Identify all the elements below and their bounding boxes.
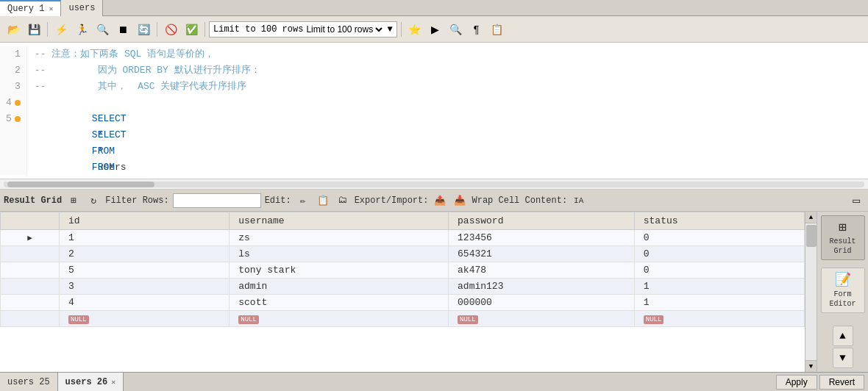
cell-status-3[interactable]: 0	[634, 262, 804, 279]
cell-password-3[interactable]: ak478	[449, 262, 635, 279]
row-indicator-3	[1, 262, 60, 279]
delete-row-btn[interactable]: 🗂	[335, 193, 351, 209]
cell-username-2[interactable]: ls	[230, 246, 449, 262]
format-button[interactable]: ¶	[467, 20, 486, 39]
export-btn[interactable]: 📤	[432, 193, 448, 209]
cell-id-5[interactable]: 4	[60, 295, 230, 311]
refresh-btn[interactable]: ↻	[85, 193, 102, 209]
v-scrollbar[interactable]: ▲ ▼	[805, 212, 817, 372]
h-scrollbar[interactable]	[0, 179, 868, 189]
execute2-button[interactable]: ▶	[426, 20, 445, 39]
h-scrollbar-thumb[interactable]	[7, 182, 154, 187]
reconnect-button[interactable]: 🔄	[134, 20, 153, 39]
explain-button[interactable]: 🔍	[93, 20, 112, 39]
execute-sel-button[interactable]: 🏃	[72, 20, 91, 39]
limit-dropdown[interactable]: Limit to 100 rows Limit to 100 rows Limi…	[209, 21, 397, 37]
search-button[interactable]: 🔍	[447, 20, 466, 39]
cell-status-4[interactable]: 1	[634, 279, 804, 295]
separator3	[204, 22, 205, 37]
add-row-btn[interactable]: 📋	[315, 193, 331, 209]
code-container[interactable]: 1 2 3 4 5 -- 注意：如下两条 SQL 语句是等价的， -- 因为 O…	[0, 43, 868, 179]
cell-id-4[interactable]: 3	[60, 279, 230, 295]
wrap-btn[interactable]: IA	[571, 193, 586, 209]
cell-username-1[interactable]: zs	[230, 230, 449, 246]
cell-password-2[interactable]: 654321	[449, 246, 635, 262]
tab-users-label: users	[68, 3, 95, 13]
cell-id-1[interactable]: 1	[60, 230, 230, 246]
v-scroll-up[interactable]: ▲	[805, 212, 817, 223]
schema-button[interactable]: 📋	[488, 20, 507, 39]
tab-query1-close[interactable]: ✕	[49, 4, 53, 13]
cell-status-1[interactable]: 0	[634, 230, 804, 246]
table-row[interactable]: 2 ls 654321 0	[1, 246, 805, 262]
panel-toggle-btn[interactable]: ▭	[848, 193, 864, 209]
cell-password-5[interactable]: 000000	[449, 295, 635, 311]
cell-password-4[interactable]: admin123	[449, 279, 635, 295]
v-scroll-thumb[interactable]	[806, 225, 817, 247]
result-grid-tab[interactable]: Result Grid	[4, 196, 62, 206]
table-row[interactable]: 5 tony stark ak478 0	[1, 262, 805, 279]
form-editor-sidebar-btn[interactable]: 📝 FormEditor	[821, 268, 865, 312]
table-row[interactable]: 4 scott 000000 1	[1, 295, 805, 311]
tab-users[interactable]: users	[61, 0, 103, 16]
row-indicator-2	[1, 246, 60, 262]
filter-label: Filter Rows:	[105, 196, 168, 206]
cell-id-3[interactable]: 5	[60, 262, 230, 279]
execute-button[interactable]: ⚡	[51, 20, 71, 39]
edit-btn[interactable]: ✏️	[295, 193, 311, 209]
grid-btn[interactable]: ⊞	[65, 193, 82, 209]
null-indicator	[1, 311, 60, 327]
import-btn[interactable]: 📥	[452, 193, 468, 209]
code-lines[interactable]: -- 注意：如下两条 SQL 语句是等价的， -- 因为 ORDER BY 默认…	[27, 46, 868, 175]
line-num-3: 3	[6, 79, 21, 95]
limit-label: Limit to 100 rows	[213, 24, 303, 35]
tab-bar: Query 1 ✕ users	[0, 0, 868, 16]
nav-up-arrow[interactable]: ▲	[833, 326, 853, 346]
cell-status-2[interactable]: 0	[634, 246, 804, 262]
open-button[interactable]: 📂	[4, 20, 23, 39]
revert-button[interactable]: Revert	[819, 375, 864, 390]
cell-password-1[interactable]: 123456	[449, 230, 635, 246]
separator4	[401, 22, 402, 37]
cell-username-4[interactable]: admin	[230, 279, 449, 295]
toolbar: 📂 💾 ⚡ 🏃 🔍 ⏹ 🔄 🚫 ✅ Limit to 100 rows Limi…	[0, 16, 868, 43]
commit-button[interactable]: 🚫	[161, 20, 180, 39]
cell-status-5[interactable]: 1	[634, 295, 804, 311]
col-status: status	[634, 212, 804, 230]
cell-username-5[interactable]: scott	[230, 295, 449, 311]
star-button[interactable]: ⭐	[405, 20, 424, 39]
row-indicator-4	[1, 279, 60, 295]
filter-input[interactable]	[173, 193, 261, 208]
code-line-2: -- 因为 ORDER BY 默认进行升序排序：	[35, 62, 861, 79]
separator1	[47, 22, 48, 37]
tab-query1[interactable]: Query 1 ✕	[0, 0, 61, 16]
bottom-tab-users26-close[interactable]: ✕	[111, 378, 115, 387]
table-row[interactable]: 3 admin admin123 1	[1, 279, 805, 295]
bottom-tab-users26[interactable]: users 26 ✕	[58, 373, 124, 392]
result-toolbar: Result Grid ⊞ ↻ Filter Rows: Edit: ✏️ 📋 …	[0, 190, 868, 212]
line-numbers: 1 2 3 4 5	[0, 46, 27, 175]
null-badge-username: NULL	[238, 315, 259, 324]
table-container[interactable]: id username password status ▶ 1 zs 12345…	[0, 212, 805, 372]
null-password: NULL	[449, 311, 635, 327]
h-scrollbar-track	[4, 182, 864, 187]
code-line-4: SELECT * FROM users ORDER BY status;	[35, 95, 861, 111]
apply-button[interactable]: Apply	[776, 375, 817, 390]
result-grid-sidebar-btn[interactable]: ⊞ ResultGrid	[821, 215, 865, 260]
bottom-tab-users25-label: users 25	[7, 377, 50, 387]
separator2	[157, 22, 157, 37]
v-scroll-down[interactable]: ▼	[805, 360, 817, 372]
cell-username-3[interactable]: tony stark	[230, 262, 449, 279]
nav-down-arrow[interactable]: ▼	[833, 348, 853, 368]
cell-id-2[interactable]: 2	[60, 246, 230, 262]
result-area: Result Grid ⊞ ↻ Filter Rows: Edit: ✏️ 📋 …	[0, 190, 868, 372]
table-row[interactable]: ▶ 1 zs 123456 0	[1, 230, 805, 246]
edit-label: Edit:	[265, 196, 291, 206]
col-username: username	[230, 212, 449, 230]
stop-button[interactable]: ⏹	[113, 20, 132, 39]
rollback-button[interactable]: ✅	[182, 20, 201, 39]
limit-select[interactable]: Limit to 100 rows Limit to 200 rows Don'…	[303, 24, 385, 35]
row-indicator-5	[1, 295, 60, 311]
save-button[interactable]: 💾	[24, 20, 43, 39]
bottom-tab-users25[interactable]: users 25	[0, 373, 58, 392]
